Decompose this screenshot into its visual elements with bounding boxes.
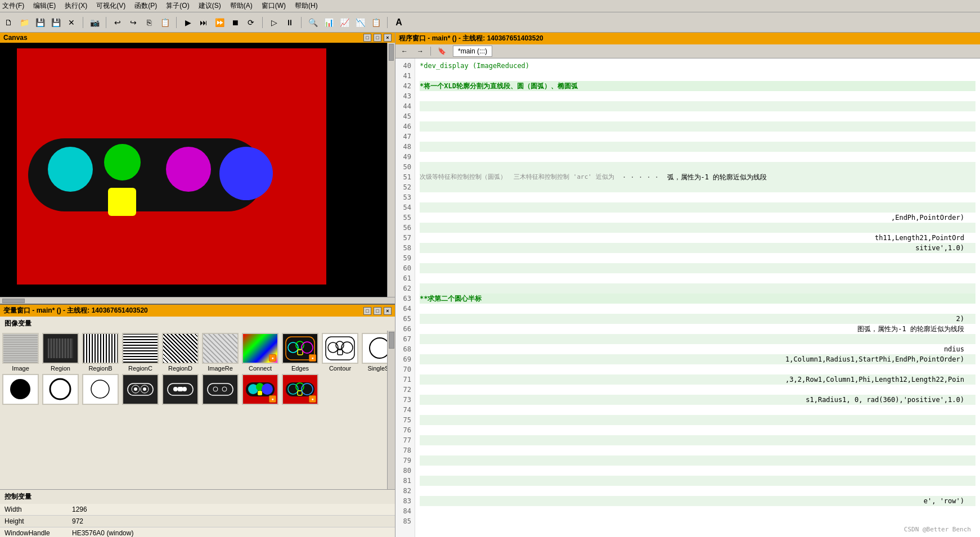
menu-help-a[interactable]: 帮助(A) bbox=[230, 1, 253, 11]
menu-func[interactable]: 函数(P) bbox=[134, 1, 157, 11]
menu-edit[interactable]: 编辑(E) bbox=[33, 1, 56, 11]
thumb-regionc[interactable]: RegionC bbox=[122, 333, 159, 372]
thumb-regionb[interactable]: RegionB bbox=[82, 333, 119, 372]
var-title: 变量窗口 - main* () - 主线程: 140367651403520 bbox=[3, 306, 148, 315]
chart3-button[interactable]: 📉 bbox=[354, 16, 366, 29]
undo-button[interactable]: ↩ bbox=[111, 16, 124, 29]
menu-file[interactable]: 文件(F) bbox=[2, 1, 24, 11]
camera-button[interactable]: 📷 bbox=[88, 16, 101, 29]
thumb-edges-label: Edges bbox=[291, 365, 309, 372]
main-layout: Canvas □ □ × bbox=[0, 33, 980, 537]
thumb-edges[interactable]: ● Edges bbox=[282, 333, 318, 372]
canvas-max-btn[interactable]: □ bbox=[374, 34, 381, 42]
code-nav-fwd[interactable]: → bbox=[415, 47, 426, 56]
thumb-r2-6[interactable] bbox=[202, 374, 239, 406]
menu-suggest[interactable]: 建议(S) bbox=[199, 1, 221, 11]
canvas-scroll-thumb-h[interactable] bbox=[2, 299, 25, 303]
thumb-imagere[interactable]: ImageRe bbox=[202, 333, 239, 372]
var-min-btn[interactable]: □ bbox=[363, 307, 371, 315]
thumb-r2-4[interactable] bbox=[122, 374, 159, 406]
var-max-btn[interactable]: □ bbox=[374, 307, 381, 315]
var-title-buttons: □ □ × bbox=[363, 307, 392, 315]
thumb-r2-3[interactable] bbox=[82, 374, 119, 406]
thumb-connect[interactable]: ● Connect bbox=[242, 333, 278, 372]
thumb-imagere-img[interactable] bbox=[202, 333, 239, 364]
pause-button[interactable]: ⏸ bbox=[284, 16, 296, 29]
thumb-r2-3-img[interactable] bbox=[82, 374, 119, 405]
thumb-r2-1-img[interactable] bbox=[2, 374, 39, 405]
thumb-r2-1[interactable] bbox=[2, 374, 39, 406]
chart2-button[interactable]: 📈 bbox=[338, 16, 350, 29]
stop-button[interactable]: ⏹ bbox=[229, 16, 241, 29]
menu-op[interactable]: 算子(O) bbox=[166, 1, 189, 11]
thumb-image-img[interactable] bbox=[2, 333, 39, 364]
save-as-button[interactable]: 💾 bbox=[50, 16, 62, 29]
open-button[interactable]: 📁 bbox=[18, 16, 30, 29]
code-tab-main[interactable]: *main (:::) bbox=[453, 46, 492, 57]
thumb-r2-5[interactable] bbox=[162, 374, 199, 406]
canvas-scroll-thumb-v[interactable] bbox=[389, 44, 394, 61]
new-button[interactable]: 🗋 bbox=[2, 16, 15, 29]
ln-47: 47 bbox=[395, 132, 415, 142]
thumb-r2-2-img[interactable] bbox=[42, 374, 79, 405]
thumb-scroll-thumb[interactable] bbox=[389, 332, 394, 349]
menu-visual[interactable]: 可视化(V) bbox=[96, 1, 125, 11]
thumb-r2-4-img[interactable] bbox=[122, 374, 159, 405]
thumb-image-label: Image bbox=[12, 365, 29, 372]
thumb-regiond-img[interactable] bbox=[162, 333, 199, 364]
thumb-contour-img[interactable] bbox=[322, 333, 358, 364]
run-step-button[interactable]: ⏭ bbox=[197, 16, 210, 29]
thumb-r2-8[interactable]: ● bbox=[282, 374, 318, 406]
thumb-r2-7-img[interactable]: ● bbox=[242, 374, 278, 405]
thumb-connect-img[interactable]: ● bbox=[242, 333, 278, 364]
code-content[interactable]: *dev_display (ImageReduced) *将一个XLD轮廓分割为… bbox=[415, 58, 980, 537]
thumb-contour[interactable]: Contour bbox=[322, 333, 358, 372]
ln-62: 62 bbox=[395, 283, 415, 294]
canvas-scrollbar-h[interactable] bbox=[0, 297, 395, 304]
thumb-r2-7[interactable]: ● bbox=[242, 374, 278, 406]
menu-window[interactable]: 窗口(W) bbox=[262, 1, 286, 11]
save-button[interactable]: 💾 bbox=[34, 16, 46, 29]
thumb-regiond[interactable]: RegionD bbox=[162, 333, 199, 372]
paste-button[interactable]: 📋 bbox=[159, 16, 171, 29]
var-close-btn[interactable]: × bbox=[384, 307, 392, 315]
thumb-connect-label: Connect bbox=[249, 365, 272, 372]
ln-50: 50 bbox=[395, 162, 415, 172]
thumb-r2-2[interactable] bbox=[42, 374, 79, 406]
chart1-button[interactable]: 📊 bbox=[322, 16, 335, 29]
thumb-singlese-img[interactable] bbox=[362, 333, 387, 364]
ln-77: 77 bbox=[395, 435, 415, 445]
search-button[interactable]: 🔍 bbox=[307, 16, 319, 29]
thumb-r2-8-img[interactable]: ● bbox=[282, 374, 318, 405]
menu-run[interactable]: 执行(X) bbox=[65, 1, 87, 11]
reset-button[interactable]: ⟳ bbox=[245, 16, 257, 29]
thumb-r2-5-img[interactable] bbox=[162, 374, 199, 405]
thumb-image[interactable]: Image bbox=[2, 333, 39, 372]
thumb-r2-6-img[interactable] bbox=[202, 374, 239, 405]
thumb-edges-img[interactable]: ● bbox=[282, 333, 318, 364]
font-button[interactable]: A bbox=[393, 16, 405, 29]
close-button[interactable]: ✕ bbox=[65, 16, 78, 29]
chart4-button[interactable]: 📋 bbox=[370, 16, 382, 29]
play-button[interactable]: ▷ bbox=[268, 16, 280, 29]
code-line-64 bbox=[420, 304, 975, 314]
code-nav-bookmark[interactable]: 🔖 bbox=[435, 47, 448, 56]
thumb-regionc-img[interactable] bbox=[122, 333, 159, 364]
thumb-singlese[interactable]: SingleSe bbox=[362, 333, 387, 372]
run-button[interactable]: ▶ bbox=[182, 16, 194, 29]
canvas-close-btn[interactable]: × bbox=[384, 34, 392, 42]
thumbnails-scrollbar[interactable] bbox=[387, 331, 395, 489]
thumb-region[interactable]: Region bbox=[42, 333, 79, 372]
menu-help-h[interactable]: 帮助(H) bbox=[295, 1, 318, 11]
code-nav-back[interactable]: ← bbox=[399, 47, 410, 56]
run-fast-button[interactable]: ⏩ bbox=[213, 16, 226, 29]
canvas-scrollbar-v[interactable] bbox=[387, 43, 395, 297]
ln-59: 59 bbox=[395, 253, 415, 263]
menubar: 文件(F) 编辑(E) 执行(X) 可视化(V) 函数(P) 算子(O) 建议(… bbox=[0, 0, 980, 12]
copy-button[interactable]: ⎘ bbox=[143, 16, 155, 29]
thumb-region-img[interactable] bbox=[42, 333, 79, 364]
canvas-min-btn[interactable]: □ bbox=[363, 34, 371, 42]
redo-button[interactable]: ↪ bbox=[127, 16, 140, 29]
thumb-regionb-img[interactable] bbox=[82, 333, 119, 364]
ctrl-window-key: WindowHandle bbox=[0, 527, 68, 538]
